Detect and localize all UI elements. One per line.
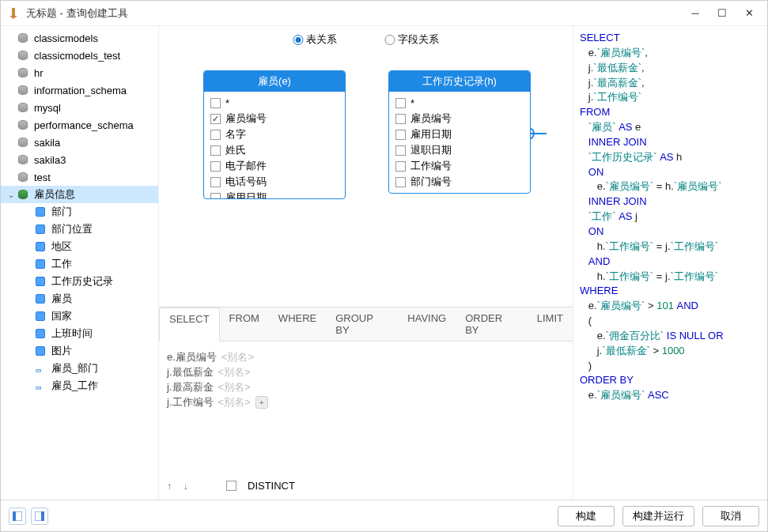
db-item[interactable]: sakila xyxy=(1,134,158,151)
field-label: 工作编号 xyxy=(410,159,452,173)
db-item[interactable]: classicmodels xyxy=(1,29,158,47)
table-item[interactable]: 部门 xyxy=(1,203,158,221)
field-checkbox[interactable] xyxy=(210,130,221,140)
titlebar: 无标题 - 查询创建工具 ─ ☐ ✕ xyxy=(1,1,767,26)
field-checkbox[interactable] xyxy=(210,114,221,124)
select-column-row[interactable]: e.雇员编号<别名> xyxy=(167,349,565,364)
field-checkbox[interactable] xyxy=(395,161,406,172)
tab-where[interactable]: WHERE xyxy=(269,308,326,341)
db-item[interactable]: sakila3 xyxy=(1,151,158,168)
entity-e[interactable]: 雇员(e)*雇员编号名字姓氏电子邮件电话号码雇用日期 xyxy=(203,70,346,199)
field-row[interactable]: 电话号码 xyxy=(210,174,339,190)
table-item[interactable]: 工作 xyxy=(1,255,158,273)
tab-having[interactable]: HAVING xyxy=(398,308,456,341)
entity-h[interactable]: 工作历史记录(h)*雇员编号雇用日期退职日期工作编号部门编号 xyxy=(388,70,531,194)
table-icon xyxy=(36,311,45,321)
add-column-button[interactable]: + xyxy=(255,396,268,409)
field-row[interactable]: 电子邮件 xyxy=(210,158,339,174)
center-pane: 表关系 字段关系 雇员(e)*雇员编号名字姓氏电子邮件电话号码雇用日期工作历史记… xyxy=(159,26,573,500)
table-icon xyxy=(36,329,45,338)
minimize-button[interactable]: ─ xyxy=(690,8,701,19)
tab-from[interactable]: FROM xyxy=(220,308,269,341)
table-item[interactable]: 地区 xyxy=(1,238,158,255)
table-icon xyxy=(36,207,45,217)
table-item[interactable]: 雇员 xyxy=(1,290,158,308)
move-down-button[interactable]: ↓ xyxy=(183,480,189,492)
table-item[interactable]: 雇员_部门 xyxy=(1,360,158,377)
db-item[interactable]: mysql xyxy=(1,99,158,116)
field-checkbox[interactable] xyxy=(395,114,406,124)
field-row[interactable]: 雇员编号 xyxy=(210,111,339,126)
sql-preview: SELECT e.`雇员编号`, j.`最低薪金`, j.`最高薪金`, j.`… xyxy=(573,26,767,500)
field-label: 名字 xyxy=(225,127,246,141)
maximize-button[interactable]: ☐ xyxy=(717,8,728,19)
link-table-icon xyxy=(36,364,45,373)
field-row[interactable]: 名字 xyxy=(210,126,339,142)
field-checkbox[interactable] xyxy=(210,161,221,172)
tab-select[interactable]: SELECT xyxy=(159,308,220,341)
query-builder: SELECTFROMWHEREGROUP BYHAVINGORDER BYLIM… xyxy=(159,307,573,500)
svg-marker-1 xyxy=(9,16,17,19)
db-item[interactable]: performance_schema xyxy=(1,116,158,134)
field-row[interactable]: 雇员编号 xyxy=(395,111,524,126)
table-item[interactable]: 上班时间 xyxy=(1,325,158,342)
table-item[interactable]: 国家 xyxy=(1,308,158,325)
field-checkbox[interactable] xyxy=(395,177,406,187)
build-run-button[interactable]: 构建并运行 xyxy=(622,506,694,526)
table-item[interactable]: 雇员_工作 xyxy=(1,377,158,394)
select-tab-body: e.雇员编号<别名>j.最低薪金<别名>j.最高薪金<别名>j.工作编号<别名>… xyxy=(159,341,573,500)
table-icon xyxy=(36,277,45,286)
entity-header[interactable]: 工作历史记录(h) xyxy=(389,71,530,92)
entity-header[interactable]: 雇员(e) xyxy=(204,71,345,92)
panel-left-icon[interactable] xyxy=(9,507,26,525)
tab-order-by[interactable]: ORDER BY xyxy=(456,308,528,341)
app-icon xyxy=(7,7,20,20)
build-button[interactable]: 构建 xyxy=(558,506,615,526)
cancel-button[interactable]: 取消 xyxy=(702,506,759,526)
close-button[interactable]: ✕ xyxy=(743,8,755,19)
move-up-button[interactable]: ↑ xyxy=(167,480,172,492)
field-checkbox[interactable] xyxy=(395,98,406,108)
field-checkbox[interactable] xyxy=(395,145,406,156)
select-column-row[interactable]: j.工作编号<别名>+ xyxy=(167,394,565,409)
field-checkbox[interactable] xyxy=(210,177,221,187)
select-column-row[interactable]: j.最高薪金<别名> xyxy=(167,379,565,394)
field-row[interactable]: 姓氏 xyxy=(210,142,339,158)
db-item[interactable]: classicmodels_test xyxy=(1,47,158,64)
sidebar: classicmodelsclassicmodels_testhrinforma… xyxy=(1,26,159,500)
radio-field-relation[interactable]: 字段关系 xyxy=(384,32,439,47)
select-bottom-row: ↑ ↓ DISTINCT xyxy=(167,475,565,496)
table-item[interactable]: 部门位置 xyxy=(1,221,158,238)
field-row[interactable]: * xyxy=(395,95,524,111)
table-item[interactable]: 工作历史记录 xyxy=(1,273,158,290)
table-icon xyxy=(36,242,45,251)
field-checkbox[interactable] xyxy=(210,145,221,156)
field-row[interactable]: 退职日期 xyxy=(395,142,524,158)
panel-right-icon[interactable] xyxy=(31,507,48,525)
select-column-row[interactable]: j.最低薪金<别名> xyxy=(167,364,565,379)
distinct-checkbox[interactable] xyxy=(226,481,236,491)
field-label: 雇用日期 xyxy=(410,127,452,141)
db-item[interactable]: test xyxy=(1,168,158,186)
db-item[interactable]: hr xyxy=(1,64,158,81)
field-label: 电子邮件 xyxy=(225,159,267,173)
table-item[interactable]: 图片 xyxy=(1,342,158,360)
field-checkbox[interactable] xyxy=(210,193,221,199)
field-row[interactable]: 雇用日期 xyxy=(395,126,524,142)
footer: 构建 构建并运行 取消 xyxy=(1,500,767,531)
field-row[interactable]: * xyxy=(210,95,339,111)
field-label: * xyxy=(410,97,414,109)
tab-group-by[interactable]: GROUP BY xyxy=(326,308,398,341)
db-item[interactable]: ⌄雇员信息 xyxy=(1,186,158,203)
field-checkbox[interactable] xyxy=(210,98,221,108)
tab-limit[interactable]: LIMIT xyxy=(528,308,573,341)
radio-relation[interactable]: 表关系 xyxy=(293,32,337,47)
diagram-canvas[interactable]: 表关系 字段关系 雇员(e)*雇员编号名字姓氏电子邮件电话号码雇用日期工作历史记… xyxy=(159,26,573,307)
field-row[interactable]: 工作编号 xyxy=(395,158,524,174)
field-label: 部门编号 xyxy=(410,175,452,189)
field-row[interactable]: 部门编号 xyxy=(395,174,524,190)
db-item[interactable]: information_schema xyxy=(1,81,158,99)
field-checkbox[interactable] xyxy=(395,130,406,140)
field-row[interactable]: 雇用日期 xyxy=(210,190,339,198)
svg-rect-7 xyxy=(13,511,16,521)
